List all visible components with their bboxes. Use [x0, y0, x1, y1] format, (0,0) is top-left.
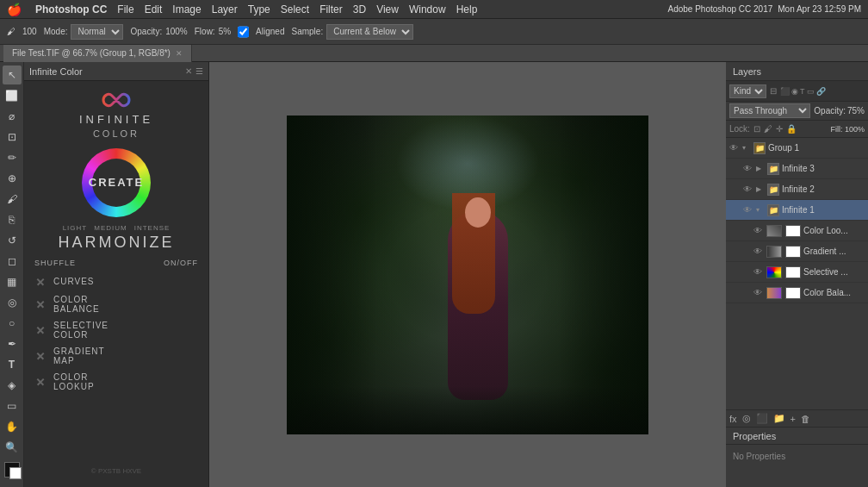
lock-all-icon[interactable]: 🔒	[786, 124, 797, 134]
left-toolbar: ↖ ⬜ ⌀ ⊡ ✏ ⊕ 🖌 ⎘ ↺ ◻ ▦ ◎ ○ ✒ T ◈ ▭ ✋ 🔍	[0, 62, 24, 487]
add-mask-button[interactable]: ◎	[742, 413, 751, 424]
menu-type[interactable]: Type	[248, 3, 270, 16]
pixel-filter-icon[interactable]: ⬛	[780, 87, 790, 96]
harmonize-intense[interactable]: INTENSE	[134, 224, 170, 232]
expand-icon-inf3[interactable]: ▶	[756, 165, 765, 172]
visibility-icon-sc[interactable]: 👁	[753, 267, 764, 277]
type-tool[interactable]: T	[3, 355, 22, 374]
visibility-icon-group1[interactable]: 👁	[729, 143, 740, 153]
selective-color-item[interactable]: SELECTIVECOLOR	[31, 319, 202, 341]
gradient-tool[interactable]: ▦	[3, 272, 22, 291]
color-lookup-icon	[34, 376, 46, 388]
eyedropper-tool[interactable]: ✏	[3, 148, 22, 167]
background-color[interactable]	[9, 467, 22, 479]
expand-icon-inf1[interactable]: ▾	[756, 206, 765, 214]
inf3-folder-icon: 📁	[767, 163, 779, 175]
blend-mode-select[interactable]: Pass Through	[729, 103, 810, 118]
layer-colorbalance[interactable]: 👁 Color Bala...	[726, 283, 868, 303]
menu-file[interactable]: File	[117, 3, 133, 16]
layers-kind-select[interactable]: Kind	[729, 84, 766, 98]
layer-infinite3[interactable]: 👁 ▶ 📁 Infinite 3	[726, 159, 868, 179]
visibility-icon-cb[interactable]: 👁	[753, 288, 764, 297]
layer-name-selectivecolor: Selective ...	[803, 267, 865, 277]
move-tool[interactable]: ↖	[3, 66, 22, 84]
selective-color-icon	[34, 324, 46, 336]
eraser-tool[interactable]: ◻	[3, 252, 22, 271]
layer-infinite1[interactable]: 👁 ▾ 📁 Infinite 1	[726, 200, 868, 221]
foreground-color[interactable]	[4, 462, 20, 478]
smart-filter-icon[interactable]: 🔗	[816, 87, 826, 96]
shuffle-button[interactable]: SHUFFLE	[34, 259, 76, 267]
tab-close-icon[interactable]: ✕	[176, 49, 183, 58]
adj-filter-icon[interactable]: ◉	[791, 87, 798, 96]
lock-image-icon[interactable]: 🖌	[764, 124, 772, 134]
layer-infinite2[interactable]: 👁 ▶ 📁 Infinite 2	[726, 179, 868, 200]
path-tool[interactable]: ◈	[3, 376, 22, 395]
lock-position-icon[interactable]: ✛	[776, 124, 783, 134]
menu-3d[interactable]: 3D	[353, 3, 366, 16]
hand-tool[interactable]: ✋	[3, 417, 22, 436]
aligned-checkbox[interactable]	[238, 24, 249, 40]
plugin-close-icon[interactable]: ✕	[185, 66, 192, 76]
gradient-map-item[interactable]: GRADIENTMAP	[31, 345, 202, 367]
delete-layer-button[interactable]: 🗑	[801, 414, 810, 424]
harmonize-medium[interactable]: MEDIUM	[94, 224, 127, 232]
lock-transparent-icon[interactable]: ⊡	[753, 124, 760, 134]
plugin-menu-icon[interactable]: ☰	[195, 66, 203, 76]
app-name[interactable]: Photoshop CC	[35, 3, 107, 16]
apple-logo[interactable]: 🍎	[7, 3, 22, 16]
menu-window[interactable]: Window	[409, 3, 446, 16]
type-filter-icon[interactable]: T	[800, 87, 805, 96]
menu-filter[interactable]: Filter	[319, 3, 343, 16]
clone-tool[interactable]: ⎘	[3, 210, 22, 229]
color-balance-item[interactable]: COLORBALANCE	[31, 293, 202, 315]
menu-edit[interactable]: Edit	[145, 3, 163, 16]
layer-colorlookup[interactable]: 👁 Color Loo...	[726, 221, 868, 241]
menu-layer[interactable]: Layer	[212, 3, 238, 16]
new-group-button[interactable]: 📁	[773, 413, 785, 424]
menu-view[interactable]: View	[376, 3, 399, 16]
pen-tool[interactable]: ✒	[3, 334, 22, 353]
sample-select[interactable]: Current & Below	[326, 24, 413, 40]
visibility-icon-inf3[interactable]: 👁	[743, 164, 753, 173]
visibility-icon-cl[interactable]: 👁	[753, 226, 764, 235]
blur-tool[interactable]: ◎	[3, 293, 22, 312]
color-balance-icon	[34, 298, 46, 310]
new-layer-button[interactable]: +	[790, 414, 796, 424]
window-title: Adobe Photoshop CC 2017	[668, 4, 773, 14]
layer-group1[interactable]: 👁 ▾ 📁 Group 1	[726, 138, 868, 159]
onoff-button[interactable]: ON/OFF	[164, 259, 198, 267]
curves-item[interactable]: CURVES	[31, 274, 202, 290]
dodge-tool[interactable]: ○	[3, 314, 22, 333]
file-tab[interactable]: File Test.TIF @ 66.7% (Group 1, RGB/8*) …	[3, 45, 192, 62]
mode-select[interactable]: Normal	[71, 24, 123, 40]
layers-list[interactable]: 👁 ▾ 📁 Group 1 👁 ▶ 📁 Infinite 3 👁 ▶ 📁	[726, 138, 868, 409]
visibility-icon-inf1[interactable]: 👁	[743, 205, 753, 215]
new-fill-button[interactable]: ⬛	[756, 413, 768, 424]
history-tool[interactable]: ↺	[3, 231, 22, 250]
harmonize-light[interactable]: LIGHT	[63, 224, 88, 232]
fx-button[interactable]: fx	[729, 414, 737, 424]
color-lookup-item[interactable]: COLORLOOKUP	[31, 371, 202, 393]
brush-tool[interactable]: 🖌	[3, 190, 22, 209]
menu-image[interactable]: Image	[172, 3, 201, 16]
zoom-tool[interactable]: 🔍	[3, 438, 22, 457]
visibility-icon-inf2[interactable]: 👁	[743, 184, 753, 194]
menu-select[interactable]: Select	[281, 3, 309, 16]
canvas-area[interactable]	[209, 62, 726, 487]
opacity-value[interactable]: 75%	[847, 106, 865, 116]
expand-icon-inf2[interactable]: ▶	[756, 185, 765, 193]
shape-tool[interactable]: ▭	[3, 396, 22, 415]
crop-tool[interactable]: ⊡	[3, 128, 22, 147]
marquee-tool[interactable]: ⬜	[3, 86, 22, 105]
layer-selectivecolor[interactable]: 👁 Selective ...	[726, 262, 868, 283]
expand-icon-group1[interactable]: ▾	[742, 144, 751, 152]
menu-help[interactable]: Help	[456, 3, 478, 16]
visibility-icon-gm[interactable]: 👁	[753, 247, 764, 256]
lasso-tool[interactable]: ⌀	[3, 107, 22, 126]
create-button[interactable]: CREATE	[82, 148, 151, 217]
layer-gradientmap[interactable]: 👁 Gradient ...	[726, 241, 868, 262]
heal-tool[interactable]: ⊕	[3, 169, 22, 188]
layers-mode-row: Pass Through Opacity: 75%	[726, 102, 868, 121]
shape-filter-icon[interactable]: ▭	[807, 87, 815, 96]
